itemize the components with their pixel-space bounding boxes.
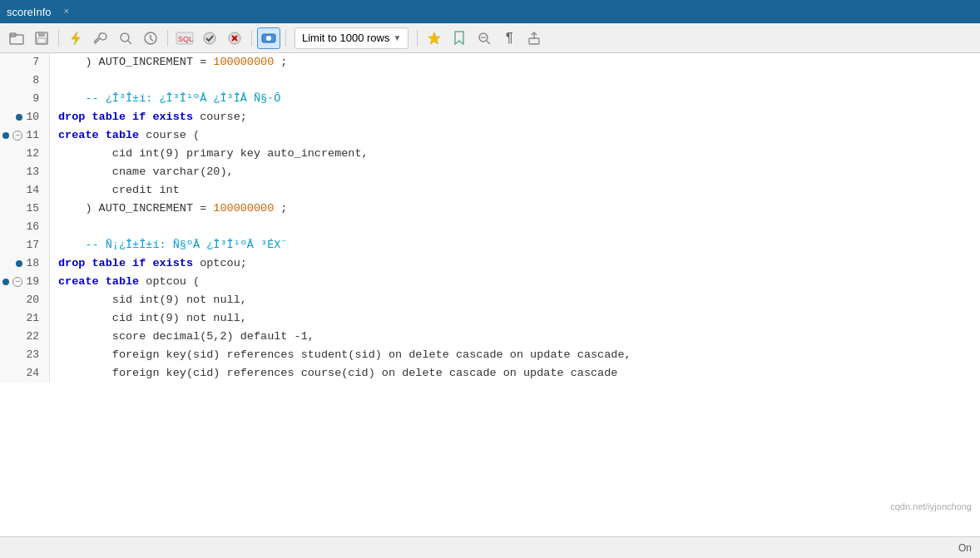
- bookmark-btn[interactable]: [448, 27, 471, 49]
- code-area: 7 ) AUTO_INCREMENT = 100000000 ;89 -- ¿Î…: [0, 53, 980, 536]
- tab-title: scoreInfo: [7, 6, 51, 18]
- line-number: 16: [0, 218, 50, 236]
- line-code: create table course (: [50, 126, 200, 145]
- line-number: 8: [0, 72, 50, 90]
- svg-rect-4: [37, 38, 46, 43]
- line-bullet: [2, 132, 9, 139]
- line-code: cname varchar(20),: [50, 163, 234, 181]
- line-number: 24: [0, 364, 50, 383]
- table-row: −19create table optcou (: [0, 273, 980, 291]
- line-code: cid int(9) not null,: [50, 309, 247, 328]
- line-code: score decimal(5,2) default -1,: [50, 328, 314, 346]
- table-row: 7 ) AUTO_INCREMENT = 100000000 ;: [0, 53, 980, 72]
- line-code: ) AUTO_INCREMENT = 100000000 ;: [50, 53, 287, 72]
- line-bullet: [16, 260, 22, 267]
- magnify-btn[interactable]: [473, 27, 496, 49]
- table-row: 13 cname varchar(20),: [0, 163, 980, 181]
- line-number: 10: [0, 108, 50, 126]
- sep4: [285, 30, 286, 47]
- sep2: [167, 30, 168, 47]
- line-number: 17: [0, 236, 50, 254]
- line-code: sid int(9) not null,: [50, 291, 247, 309]
- wrench-btn[interactable]: [89, 27, 112, 49]
- line-number: 12: [0, 145, 50, 163]
- svg-marker-5: [72, 32, 80, 45]
- line-number: 23: [0, 346, 50, 364]
- table-row: 17 -- Ñ¡¿Î±Î±í: Ñ§ºÂ ¿Î³Î¹ºÂ ³ÉX¨: [0, 236, 980, 254]
- fold-btn[interactable]: −: [12, 131, 22, 141]
- line-code: drop table if exists optcou;: [50, 254, 247, 273]
- table-row: 8: [0, 72, 980, 90]
- tab-close-btn[interactable]: ×: [57, 4, 75, 19]
- line-bullet: [2, 279, 9, 285]
- line-number: 18: [0, 254, 50, 273]
- table-row: 12 cid int(9) primary key auto_increment…: [0, 145, 980, 163]
- table-row: 10drop table if exists course;: [0, 108, 980, 126]
- table-row: 21 cid int(9) not null,: [0, 309, 980, 328]
- svg-rect-23: [529, 38, 539, 44]
- svg-marker-19: [428, 32, 440, 44]
- table-row: 14 credit int: [0, 181, 980, 200]
- sep5: [417, 30, 418, 47]
- sep1: [58, 30, 59, 47]
- limit-select[interactable]: Limit to 1000 rows ▼: [294, 27, 408, 49]
- line-code: create table optcou (: [50, 273, 200, 291]
- svg-point-6: [121, 33, 129, 42]
- table-row: −11create table course (: [0, 126, 980, 145]
- line-number: 9: [0, 90, 50, 108]
- limit-label: Limit to 1000 rows: [302, 32, 390, 44]
- line-number: 13: [0, 163, 50, 181]
- table-row: 15 ) AUTO_INCREMENT = 100000000 ;: [0, 200, 980, 218]
- line-number: 15: [0, 200, 50, 218]
- line-code: foreign key(cid) references course(cid) …: [50, 364, 617, 383]
- table-row: 22 score decimal(5,2) default -1,: [0, 328, 980, 346]
- watermark: cqdn.net/iyjonchong: [890, 501, 972, 511]
- table-row: 18drop table if exists optcou;: [0, 254, 980, 273]
- star-btn[interactable]: [423, 27, 446, 49]
- line-number: −11: [0, 126, 50, 145]
- search-btn[interactable]: [114, 27, 137, 49]
- line-code: -- Ñ¡¿Î±Î±í: Ñ§ºÂ ¿Î³Î¹ºÂ ³ÉX¨: [50, 236, 287, 254]
- svg-point-18: [266, 36, 271, 41]
- on-status: On: [958, 542, 972, 554]
- line-number: 7: [0, 53, 50, 72]
- line-number: 14: [0, 181, 50, 200]
- sep3: [251, 30, 252, 47]
- title-bar: scoreInfo ×: [0, 0, 980, 23]
- save-btn[interactable]: [30, 27, 53, 49]
- format-btn[interactable]: ¶: [497, 27, 521, 49]
- line-number: 20: [0, 291, 50, 309]
- line-code: cid int(9) primary key auto_increment,: [50, 145, 369, 163]
- toolbar: SQL Limit to 1000 rows ▼ ¶: [0, 23, 980, 53]
- pause-btn[interactable]: [139, 27, 162, 49]
- export-btn[interactable]: [522, 27, 546, 49]
- table-row: 23 foreign key(sid) references student(s…: [0, 346, 980, 364]
- line-number: −19: [0, 273, 50, 291]
- line-code: -- ¿Î³Î±í: ¿Î³Î¹ºÂ ¿Î³ÎÂ Ñ§·Ō: [50, 90, 280, 108]
- table-row: 24 foreign key(cid) references course(ci…: [0, 364, 980, 383]
- open-file-btn[interactable]: [5, 27, 28, 49]
- line-number: 21: [0, 309, 50, 328]
- table-row: 16: [0, 218, 980, 236]
- limit-arrow: ▼: [393, 33, 402, 42]
- line-code: drop table if exists course;: [50, 108, 247, 126]
- lightning-btn[interactable]: [64, 27, 87, 49]
- table-row: 20 sid int(9) not null,: [0, 291, 980, 309]
- check-btn[interactable]: [198, 27, 221, 49]
- active-btn[interactable]: [257, 27, 280, 49]
- line-bullet: [16, 114, 22, 121]
- fold-btn[interactable]: −: [12, 277, 22, 287]
- svg-line-21: [487, 41, 490, 44]
- line-code: foreign key(sid) references student(sid)…: [50, 346, 631, 364]
- line-code: ) AUTO_INCREMENT = 100000000 ;: [50, 200, 287, 218]
- svg-point-13: [204, 32, 215, 44]
- status-bar: On: [0, 536, 980, 558]
- svg-rect-3: [38, 32, 45, 37]
- sql-btn[interactable]: SQL: [173, 27, 196, 49]
- line-number: 22: [0, 328, 50, 346]
- line-code: credit int: [50, 181, 180, 200]
- svg-text:SQL: SQL: [178, 35, 193, 43]
- svg-line-10: [151, 39, 153, 41]
- stop-btn[interactable]: [223, 27, 246, 49]
- svg-line-7: [128, 41, 131, 44]
